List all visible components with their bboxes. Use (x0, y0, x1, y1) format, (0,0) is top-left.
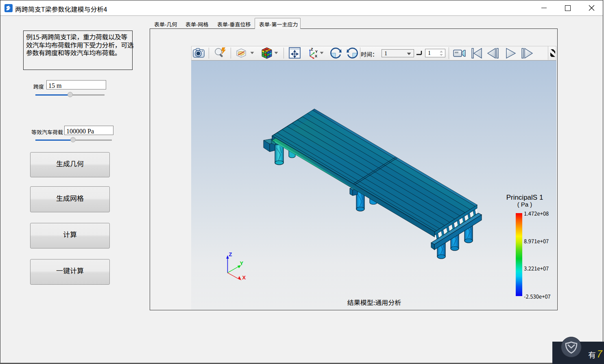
svg-text:Z: Z (311, 47, 313, 51)
svg-text:X: X (242, 275, 246, 281)
svg-text:Z: Z (229, 251, 232, 257)
svg-text:Y: Y (240, 260, 244, 266)
svg-text:Y: Y (315, 50, 318, 54)
svg-text:X: X (315, 54, 317, 58)
